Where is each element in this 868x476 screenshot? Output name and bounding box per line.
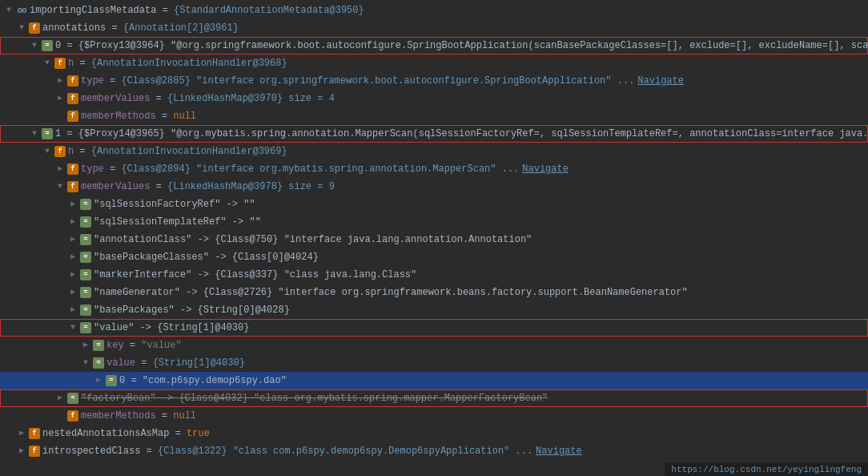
tree-row[interactable]: ="sqlSessionFactoryRef" -> "" xyxy=(0,196,868,213)
tree-row[interactable]: ="basePackages" -> {String[0]@4028} xyxy=(0,301,868,319)
field-icon: f xyxy=(29,446,40,457)
entry-icon: = xyxy=(93,357,104,369)
tree-row[interactable]: ftype = {Class@2885} "interface org.spri… xyxy=(0,72,868,90)
navigate-link[interactable]: Navigate xyxy=(522,161,569,177)
row-content: "factoryBean" -> {Class@4032} "class org… xyxy=(81,390,548,406)
tree-row[interactable]: fh = {AnnotationInvocationHandler@3969} xyxy=(0,143,868,160)
field-icon: f xyxy=(29,428,40,439)
collapse-toggle[interactable] xyxy=(80,357,91,369)
row-content: memberValues = {LinkedHashMap@3978} size… xyxy=(81,179,335,195)
field-icon: f xyxy=(54,58,66,69)
expand-toggle[interactable] xyxy=(54,75,66,87)
tree-row[interactable]: ="value" -> {String[1]@4030} xyxy=(0,319,868,337)
expand-toggle[interactable] xyxy=(16,446,27,457)
row-content: value = {String[1]@4030} xyxy=(106,355,245,371)
collapse-toggle[interactable] xyxy=(29,40,40,51)
collapse-toggle[interactable] xyxy=(67,322,78,333)
entry-icon: = xyxy=(80,305,91,316)
collapse-toggle[interactable] xyxy=(3,5,14,16)
row-content: "nameGenerator" -> {Class@2726} "interfa… xyxy=(94,284,688,301)
row-content: h = {AnnotationInvocationHandler@3969} xyxy=(68,143,287,159)
row-content: "value" -> {String[1]@4030} xyxy=(94,320,249,336)
tree-row[interactable]: fintrospectedClass = {Class@1322} "class… xyxy=(0,442,868,460)
row-content: "sqlSessionTemplateRef" -> "" xyxy=(94,214,261,230)
expand-toggle[interactable] xyxy=(67,252,78,263)
tree-row[interactable]: ="markerInterface" -> {Class@337} "class… xyxy=(0,266,868,284)
row-content: "markerInterface" -> {Class@337} "class … xyxy=(94,267,416,283)
watermark: https://blog.csdn.net/yeyinglingfeng xyxy=(665,463,868,476)
entry-icon: = xyxy=(80,199,91,210)
row-content: memberMethods = null xyxy=(81,108,196,124)
tree-row[interactable]: ooimportingClassMetadata = {StandardAnno… xyxy=(0,2,868,19)
tree-row[interactable]: fmemberValues = {LinkedHashMap@3970} siz… xyxy=(0,90,868,107)
tree-row[interactable]: fmemberMethods = null xyxy=(0,107,868,125)
field-icon: f xyxy=(67,75,78,87)
tree-row[interactable]: =0 = {$Proxy13@3964} "@org.springframewo… xyxy=(0,37,868,54)
row-content: 0 = {$Proxy13@3964} "@org.springframewor… xyxy=(55,38,868,54)
expand-toggle[interactable] xyxy=(93,375,104,386)
collapse-toggle[interactable] xyxy=(16,22,27,34)
row-content: introspectedClass = {Class@1322} "class … xyxy=(42,443,532,459)
tree-row[interactable]: fannotations = {Annotation[2]@3961} xyxy=(0,19,868,37)
navigate-link[interactable]: Navigate xyxy=(637,73,684,89)
navigate-link[interactable]: Navigate xyxy=(536,443,582,459)
tree-row[interactable]: fh = {AnnotationInvocationHandler@3968} xyxy=(0,54,868,72)
tree-row[interactable]: fmemberValues = {LinkedHashMap@3978} siz… xyxy=(0,178,868,196)
entry-icon: = xyxy=(42,40,53,51)
row-content: "sqlSessionFactoryRef" -> "" xyxy=(94,196,255,212)
collapse-toggle[interactable] xyxy=(54,181,66,192)
debugger-panel[interactable]: ooimportingClassMetadata = {StandardAnno… xyxy=(0,0,868,476)
entry-icon: = xyxy=(80,252,91,263)
collapse-toggle[interactable] xyxy=(42,146,53,157)
expand-toggle[interactable] xyxy=(16,428,27,439)
row-content: nestedAnnotationsAsMap = true xyxy=(42,426,210,442)
expand-toggle[interactable] xyxy=(67,216,78,228)
entry-icon: = xyxy=(80,234,91,245)
entry-icon: = xyxy=(67,393,78,404)
row-content: annotations = {Annotation[2]@3961} xyxy=(42,20,239,36)
tree-row[interactable]: =1 = {$Proxy14@3965} "@org.mybatis.sprin… xyxy=(0,125,868,143)
field-icon: f xyxy=(67,181,78,192)
entry-icon: = xyxy=(80,216,91,228)
expand-toggle[interactable] xyxy=(67,199,78,210)
tree-row[interactable]: ftype = {Class@2894} "interface org.myba… xyxy=(0,160,868,178)
row-content: 1 = {$Proxy14@3965} "@org.mybatis.spring… xyxy=(55,126,868,142)
collapse-toggle[interactable] xyxy=(29,128,40,139)
row-content: "basePackages" -> {String[0]@4028} xyxy=(94,302,290,318)
entry-icon: = xyxy=(80,322,91,333)
expand-toggle[interactable] xyxy=(67,269,78,280)
tree-row[interactable]: ="nameGenerator" -> {Class@2726} "interf… xyxy=(0,284,868,301)
expand-toggle[interactable] xyxy=(67,305,78,316)
expand-toggle[interactable] xyxy=(67,234,78,245)
tree-row[interactable]: =value = {String[1]@4030} xyxy=(0,354,868,372)
tree-row[interactable]: =key = "value" xyxy=(0,337,868,354)
row-content: key = "value" xyxy=(106,337,182,353)
entry-icon: = xyxy=(42,128,53,139)
expand-toggle[interactable] xyxy=(54,163,66,175)
collapse-toggle[interactable] xyxy=(42,58,53,69)
row-content: type = {Class@2894} "interface org.mybat… xyxy=(81,161,519,177)
expand-toggle[interactable] xyxy=(80,340,91,351)
field-icon: f xyxy=(29,22,40,34)
field-icon: f xyxy=(67,163,78,175)
expand-toggle[interactable] xyxy=(67,287,78,298)
tree-row[interactable]: ="annotationClass" -> {Class@750} "inter… xyxy=(0,231,868,248)
expand-toggle[interactable] xyxy=(54,93,66,104)
tree-row[interactable]: ="factoryBean" -> {Class@4032} "class or… xyxy=(0,389,868,407)
field-icon: f xyxy=(67,410,78,422)
row-content: memberMethods = null xyxy=(81,408,196,424)
tree-row[interactable]: fnestedAnnotationsAsMap = true xyxy=(0,425,868,442)
row-content: type = {Class@2885} "interface org.sprin… xyxy=(81,73,634,89)
row-content: memberValues = {LinkedHashMap@3970} size… xyxy=(81,91,335,107)
row-content: "basePackageClasses" -> {Class[0]@4024} xyxy=(94,249,319,265)
field-icon: f xyxy=(67,93,78,104)
row-content: importingClassMetadata = {StandardAnnota… xyxy=(30,2,364,18)
entry-icon: = xyxy=(80,287,91,298)
tree-row[interactable]: ="sqlSessionTemplateRef" -> "" xyxy=(0,213,868,231)
tree-row[interactable]: fmemberMethods = null xyxy=(0,407,868,425)
tree-row[interactable]: ="basePackageClasses" -> {Class[0]@4024} xyxy=(0,248,868,266)
object-icon: oo xyxy=(16,5,27,16)
expand-toggle[interactable] xyxy=(54,393,66,404)
row-content: h = {AnnotationInvocationHandler@3968} xyxy=(68,55,287,71)
tree-row[interactable]: =0 = "com.p6spy.demop6spy.dao" xyxy=(0,372,868,389)
